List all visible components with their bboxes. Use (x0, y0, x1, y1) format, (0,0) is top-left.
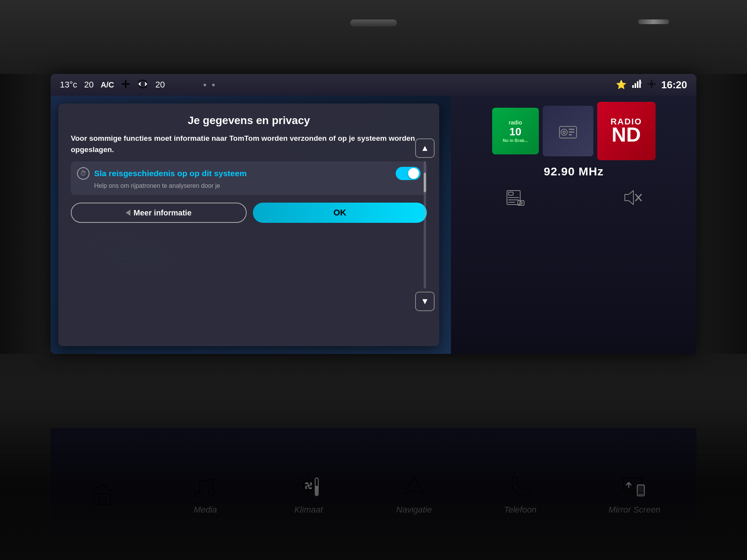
scroll-container: ▲ ▼ (415, 138, 435, 311)
scroll-up-button[interactable]: ▲ (415, 138, 435, 158)
nav-item-telefoon[interactable]: Telefoon (488, 467, 552, 521)
svg-point-19 (520, 202, 522, 204)
frequency-display: 92.90 MHz (457, 165, 690, 178)
right-panel: radio 10 Nu in Brab... (451, 96, 696, 354)
temperature-display: 13°c (60, 80, 77, 90)
klimaat-label: Klimaat (294, 505, 323, 515)
navigatie-label: Navigatie (396, 505, 432, 515)
svg-rect-12 (569, 134, 572, 135)
telefoon-label: Telefoon (504, 505, 537, 515)
media-bottom-icons (457, 183, 690, 212)
svg-point-6 (651, 83, 653, 85)
scroll-down-button[interactable]: ▼ (415, 292, 435, 311)
svg-rect-1 (632, 85, 634, 88)
svg-rect-24 (99, 498, 106, 505)
svg-point-8 (561, 129, 567, 135)
scroll-thumb (424, 173, 426, 192)
gps-icon (647, 80, 656, 90)
music-cd-icon[interactable] (504, 186, 527, 209)
svg-point-28 (307, 485, 310, 487)
car-background: 13°c 20 A/C (0, 0, 747, 560)
scroll-track (424, 161, 426, 289)
status-left: 13°c 20 A/C (60, 79, 616, 90)
media-label: Media (194, 505, 217, 515)
svg-marker-31 (403, 477, 424, 494)
arrow-icon (126, 210, 130, 216)
fan-icon (121, 79, 130, 90)
svg-point-26 (209, 489, 214, 495)
radio10-thumbnail[interactable]: radio 10 Nu in Brab... (492, 108, 539, 154)
svg-rect-14 (509, 192, 513, 195)
climate-icon (293, 473, 324, 500)
dialog-body: Voor sommige functies moet informatie na… (71, 133, 427, 155)
ac-temp-left: 20 (84, 80, 93, 90)
recirculation-icon (137, 79, 148, 90)
ac-label: A/C (101, 80, 114, 89)
toggle-header: ⏱ Sla reisgeschiedenis op op dit systeem (77, 167, 421, 180)
nav-item-klimaat[interactable]: Klimaat (277, 467, 340, 521)
ac-temp-right: 20 (155, 80, 165, 90)
svg-rect-2 (635, 83, 636, 88)
nav-item-media[interactable]: Media (174, 467, 237, 521)
nav-item-home[interactable] (71, 474, 133, 514)
svg-rect-37 (638, 486, 644, 493)
bluetooth-icon: ⭐ (616, 80, 626, 90)
left-panel: Je gegevens en privacy Voor sommige func… (51, 96, 451, 354)
radio-thumbnails: radio 10 Nu in Brab... (457, 102, 690, 160)
mute-icon[interactable] (620, 186, 644, 209)
status-bar: 13°c 20 A/C (51, 74, 696, 96)
top-bezel (0, 0, 747, 78)
nav-item-navigatie[interactable]: Navigatie (381, 467, 447, 521)
page-dots: ● ● (203, 81, 217, 88)
svg-rect-3 (637, 81, 638, 88)
svg-rect-30 (315, 486, 318, 496)
bottom-navigation: Media Klimaat (51, 428, 696, 560)
privacy-dialog: Je gegevens en privacy Voor sommige func… (58, 103, 439, 346)
svg-marker-20 (625, 191, 633, 205)
toggle-label: Sla reisgeschiedenis op op dit systeem (94, 169, 247, 178)
svg-point-25 (195, 492, 201, 497)
top-indicator (638, 19, 669, 24)
music-icon (190, 473, 221, 500)
dialog-buttons: Meer informatie OK (71, 203, 427, 223)
left-bezel (0, 74, 51, 354)
ok-button[interactable]: OK (253, 203, 427, 223)
mirror-screen-icon (619, 473, 650, 500)
toggle-left: ⏱ Sla reisgeschiedenis op op dit systeem (77, 167, 247, 180)
svg-rect-11 (569, 131, 574, 133)
meer-informatie-button[interactable]: Meer informatie (71, 203, 247, 223)
mirror-screen-label: Mirror Screen (608, 505, 660, 515)
svg-rect-23 (94, 494, 110, 505)
right-bezel (696, 74, 747, 354)
dialog-title: Je gegevens en privacy (71, 114, 427, 127)
screen-content: Je gegevens en privacy Voor sommige func… (51, 96, 696, 354)
svg-rect-10 (569, 129, 574, 130)
navigation-icon (398, 473, 430, 500)
svg-text:4G: 4G (640, 81, 642, 84)
home-icon (87, 480, 118, 508)
radio-nd-thumbnail[interactable]: RADIO ND (597, 102, 656, 160)
status-right: ⭐ 4G 16:20 (616, 79, 687, 91)
history-icon: ⏱ (77, 167, 89, 180)
generic-radio-thumbnail[interactable] (543, 106, 593, 156)
top-knob (350, 19, 397, 26)
nav-item-mirror-screen[interactable]: Mirror Screen (593, 467, 676, 521)
phone-icon (505, 473, 536, 500)
toggle-row[interactable]: ⏱ Sla reisgeschiedenis op op dit systeem… (71, 161, 427, 195)
signal-4g-icon: 4G (632, 80, 642, 90)
main-screen: 13°c 20 A/C (51, 74, 696, 354)
toggle-sublabel: Help ons om rijpatronen te analyseren do… (77, 182, 421, 189)
clock-display: 16:20 (661, 79, 687, 91)
svg-point-9 (563, 131, 565, 133)
